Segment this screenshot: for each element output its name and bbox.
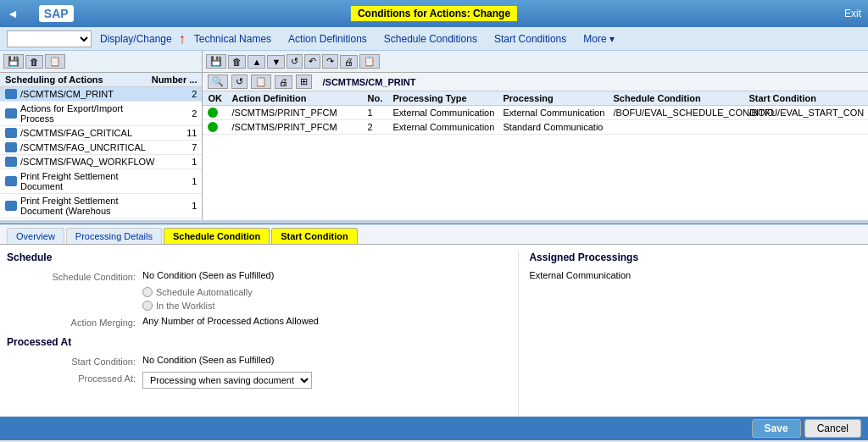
breadcrumb-copy-btn[interactable]: 📋	[251, 75, 271, 89]
right-panel: 💾 🗑 ▲ ▼ ↺ ↶ ↷ 🖨 📋 🔍 ↺ 📋 🖨 ⊞ /SCMTMS/CM_P…	[203, 51, 868, 220]
right-undo-btn[interactable]: ↶	[304, 54, 320, 69]
radio-group-row: Schedule Automatically In the Worklist	[7, 287, 504, 311]
list-item-icon	[5, 201, 17, 211]
display-change-dropdown[interactable]	[7, 30, 92, 47]
right-save-btn[interactable]: 💾	[206, 54, 226, 69]
left-delete-btn[interactable]: 🗑	[25, 55, 43, 69]
processed-at-select[interactable]: Processing when saving document	[142, 372, 312, 389]
list-item-icon	[5, 128, 17, 138]
schedule-radio-group: Schedule Automatically In the Worklist	[142, 287, 253, 311]
list-item-num: 1	[154, 176, 197, 186]
row-no: 2	[367, 122, 392, 132]
schedule-condition-row: Schedule Condition: No Condition (Seen a…	[7, 270, 504, 282]
list-item-icon	[5, 89, 17, 99]
left-copy-btn[interactable]: 📋	[45, 54, 65, 69]
tabs-bar: Overview Processing Details Schedule Con…	[0, 224, 868, 245]
right-export-btn[interactable]: 📋	[359, 54, 380, 69]
list-item-num: 1	[154, 201, 197, 211]
left-list-item[interactable]: Actions for B2B Messages Related to Tran…	[0, 218, 202, 220]
left-list-item[interactable]: /SCMTMS/FAG_CRITICAL11	[0, 126, 202, 141]
tab-schedule-condition[interactable]: Schedule Condition	[164, 228, 270, 244]
status-dot	[208, 108, 218, 118]
header-no: No.	[367, 93, 392, 103]
list-item-num: 2	[154, 108, 197, 119]
schedule-condition-value: No Condition (Seen as Fulfilled)	[142, 270, 274, 280]
left-list: /SCMTMS/CM_PRINT2Actions for Export/Impo…	[0, 87, 202, 220]
save-button[interactable]: Save	[752, 419, 801, 438]
header-actions-label: Scheduling of Actions	[5, 75, 137, 85]
left-form-area: Schedule Schedule Condition: No Conditio…	[7, 251, 504, 427]
red-arrow-indicator: ↑	[179, 31, 186, 47]
schedule-condition-label: Schedule Condition:	[41, 270, 142, 282]
left-toolbar: 💾 🗑 📋	[0, 51, 202, 73]
row-ok	[208, 108, 231, 118]
left-list-item[interactable]: Print Freight Settlement Document (Wareh…	[0, 194, 202, 218]
breadcrumb-grid-btn[interactable]: ⊞	[296, 75, 312, 89]
header-schedule: Schedule Condition	[613, 93, 748, 103]
list-item-text: /SCMTMS/FAG_CRITICAL	[20, 128, 154, 138]
list-item-icon	[5, 157, 17, 167]
left-list-header: Scheduling of Actions Number ...	[0, 73, 202, 87]
left-list-item[interactable]: Actions for Export/Import Process2	[0, 102, 202, 126]
header-number-label: Number ...	[137, 75, 197, 85]
technical-names-menu[interactable]: Technical Names	[186, 30, 280, 48]
merging-row: Action Merging: Any Number of Processed …	[7, 316, 504, 328]
right-refresh-btn[interactable]: ↺	[287, 54, 303, 69]
exit-button[interactable]: Exit	[844, 8, 861, 19]
status-dot	[208, 122, 218, 132]
start-cond-label: Start Condition:	[41, 355, 142, 367]
right-up-btn[interactable]: ▲	[248, 55, 265, 69]
tab-processing-details[interactable]: Processing Details	[66, 228, 162, 244]
list-item-num: 7	[154, 142, 197, 152]
display-change-menu[interactable]: Display/Change	[92, 30, 181, 48]
radio-auto-dot	[142, 287, 153, 297]
list-item-num: 11	[154, 128, 197, 138]
radio-schedule-auto[interactable]: Schedule Automatically	[142, 287, 253, 297]
left-list-item[interactable]: Print Freight Settlement Document1	[0, 169, 202, 194]
window-title: Conditions for Actions: Change	[351, 6, 517, 21]
left-save-btn[interactable]: 💾	[3, 54, 24, 69]
table-row[interactable]: /SCMTMS/PRINT_PFCM2External Communicatio…	[203, 120, 868, 135]
list-item-num: 2	[154, 89, 197, 99]
left-list-item[interactable]: /SCMTMS/FAG_UNCRITICAL7	[0, 141, 202, 155]
tab-overview[interactable]: Overview	[7, 228, 64, 244]
list-item-text: /SCMTMS/FAG_UNCRITICAL	[20, 142, 154, 152]
breadcrumb-path: /SCMTMS/CM_PRINT	[322, 77, 415, 87]
footer: Save Cancel	[0, 417, 868, 440]
header-ok: OK	[208, 93, 231, 103]
row-processing: External Communication	[503, 108, 613, 118]
breadcrumb-print-btn[interactable]: 🖨	[275, 75, 292, 89]
left-list-item[interactable]: /SCMTMS/CM_PRINT2	[0, 87, 202, 102]
radio-worklist-label: In the Worklist	[156, 301, 215, 311]
action-definitions-menu[interactable]: Action Definitions	[280, 30, 376, 48]
list-item-text: Print Freight Settlement Document	[20, 171, 154, 191]
table-row[interactable]: /SCMTMS/PRINT_PFCM1External Communicatio…	[203, 106, 868, 120]
list-item-text: /SCMTMS/FWAQ_WORKFLOW	[20, 157, 154, 167]
left-list-item[interactable]: /SCMTMS/FWAQ_WORKFLOW1	[0, 155, 202, 169]
breadcrumb-refresh-btn[interactable]: ↺	[231, 75, 248, 89]
radio-auto-label: Schedule Automatically	[156, 287, 253, 297]
cancel-button[interactable]: Cancel	[804, 419, 861, 438]
start-conditions-menu[interactable]: Start Conditions	[486, 30, 575, 48]
header-proctype: Processing Type	[392, 93, 503, 103]
list-item-icon	[5, 142, 17, 152]
list-item-text: Actions for Export/Import Process	[20, 103, 154, 124]
row-processing: Standard Communicatio	[503, 122, 613, 132]
radio-worklist-dot	[142, 301, 153, 311]
right-down-btn[interactable]: ▼	[267, 55, 285, 69]
schedule-conditions-menu[interactable]: Schedule Conditions	[376, 30, 486, 48]
menu-bar: Display/Change ↑ Technical Names Action …	[0, 27, 868, 51]
right-delete-btn[interactable]: 🗑	[228, 55, 246, 69]
right-print-btn[interactable]: 🖨	[340, 55, 358, 69]
row-proctype: External Communication	[392, 122, 503, 132]
processed-at-label: Processed At:	[41, 372, 142, 384]
right-redo-btn[interactable]: ↷	[322, 54, 338, 69]
list-item-icon	[5, 176, 17, 186]
breadcrumb-search-btn[interactable]: 🔍	[208, 75, 228, 89]
row-ok	[208, 122, 231, 132]
back-button[interactable]: ◄	[7, 7, 19, 20]
start-cond-value: No Condition (Seen as Fulfilled)	[142, 355, 274, 365]
more-menu[interactable]: More ▾	[575, 30, 623, 48]
tab-start-condition[interactable]: Start Condition	[271, 228, 357, 244]
radio-worklist[interactable]: In the Worklist	[142, 301, 253, 311]
